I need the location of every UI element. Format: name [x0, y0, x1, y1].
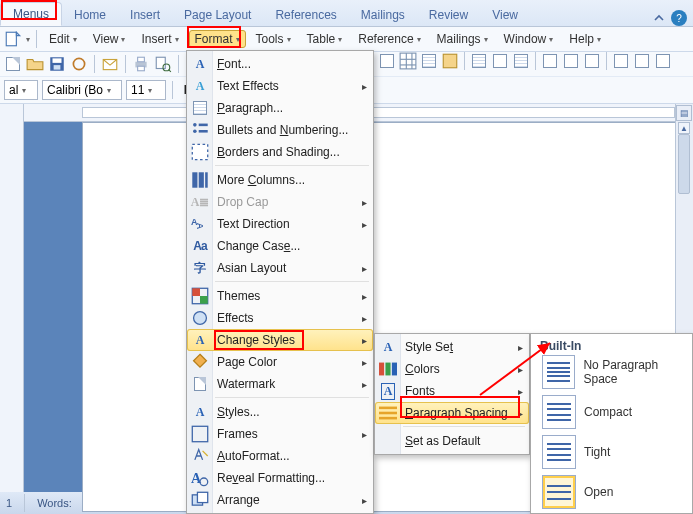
format-asian-layout[interactable]: 字Asian Layout▸	[187, 257, 373, 279]
format-arrange[interactable]: Arrange▸	[187, 489, 373, 511]
tab-page-layout[interactable]: Page Layout	[172, 4, 263, 26]
aux-icon-13[interactable]	[654, 52, 672, 70]
aux-icon-7[interactable]	[512, 52, 530, 70]
aux-icon-12[interactable]	[633, 52, 651, 70]
menu-edit[interactable]: Edit▾	[43, 30, 83, 48]
aux-icon-6[interactable]	[491, 52, 509, 70]
styles-fonts[interactable]: AFonts▸	[375, 380, 529, 402]
themes-icon	[191, 287, 209, 305]
font-size-combo[interactable]: 11▾	[126, 80, 166, 100]
print-icon[interactable]	[132, 55, 150, 73]
blank-icon	[379, 432, 397, 450]
dropcap-icon: A≣	[191, 193, 209, 211]
format-styles[interactable]: AStyles...	[187, 401, 373, 423]
menu-help[interactable]: Help▾	[563, 30, 607, 48]
aux-icon-2[interactable]	[399, 52, 417, 70]
tab-references[interactable]: References	[263, 4, 348, 26]
format-change-styles[interactable]: AChange Styles▸	[187, 329, 373, 351]
help-icon[interactable]: ?	[671, 10, 687, 26]
save-icon[interactable]	[48, 55, 66, 73]
tab-menus[interactable]: Menus	[0, 2, 62, 26]
aux-icon-10[interactable]	[583, 52, 601, 70]
svg-rect-31	[200, 296, 208, 304]
scroll-thumb[interactable]	[678, 134, 690, 194]
styles-set-default[interactable]: Set as Default	[375, 430, 529, 452]
watermark-icon	[191, 375, 209, 393]
font-name-combo[interactable]: Calibri (Bo▾	[42, 80, 122, 100]
menu-format[interactable]: Format▾	[189, 30, 246, 48]
spacing-tight[interactable]: Tight	[542, 435, 610, 469]
tab-home[interactable]: Home	[62, 4, 118, 26]
styles-paragraph-spacing[interactable]: Paragraph Spacing▸	[375, 402, 529, 424]
format-frames[interactable]: Frames▸	[187, 423, 373, 445]
format-borders[interactable]: Borders and Shading...	[187, 141, 373, 163]
format-more-columns[interactable]: More Columns...	[187, 169, 373, 191]
format-effects[interactable]: Effects▸	[187, 307, 373, 329]
tab-view[interactable]: View	[480, 4, 530, 26]
open-icon[interactable]	[26, 55, 44, 73]
aux-icon-3[interactable]	[420, 52, 438, 70]
paragraph-icon	[191, 99, 209, 117]
format-watermark[interactable]: Watermark▸	[187, 373, 373, 395]
colors-icon	[379, 360, 397, 378]
email-icon[interactable]	[101, 55, 119, 73]
aux-icon-11[interactable]	[612, 52, 630, 70]
ruler-toggle-icon[interactable]: ▤	[676, 105, 692, 121]
tab-review[interactable]: Review	[417, 4, 480, 26]
ribbon-tabs: Menus Home Insert Page Layout References…	[0, 0, 693, 27]
print-preview-icon[interactable]	[154, 55, 172, 73]
format-change-case[interactable]: AaChange Case...	[187, 235, 373, 257]
text-effects-icon: A	[191, 77, 209, 95]
format-text-direction[interactable]: AAText Direction▸	[187, 213, 373, 235]
spacing-compact[interactable]: Compact	[542, 395, 632, 429]
format-text-effects[interactable]: AText Effects▸	[187, 75, 373, 97]
format-paragraph[interactable]: Paragraph...	[187, 97, 373, 119]
svg-rect-0	[6, 32, 16, 46]
format-page-color[interactable]: Page Color▸	[187, 351, 373, 373]
format-autoformat[interactable]: AutoFormat...	[187, 445, 373, 467]
aux-icon-4[interactable]	[441, 52, 459, 70]
format-themes[interactable]: Themes▸	[187, 285, 373, 307]
font-icon: A	[191, 55, 209, 73]
status-page[interactable]: 1	[6, 497, 12, 509]
permission-icon[interactable]	[70, 55, 88, 73]
svg-rect-14	[400, 59, 416, 60]
svg-rect-38	[379, 363, 384, 376]
aux-icon-5[interactable]	[470, 52, 488, 70]
menu-view[interactable]: View▾	[87, 30, 132, 48]
styles-style-set[interactable]: AStyle Set▸	[375, 336, 529, 358]
spacing-open[interactable]: Open	[542, 475, 613, 509]
menu-window[interactable]: Window▾	[498, 30, 560, 48]
file-menu-dd[interactable]: ▾	[26, 35, 30, 44]
minimize-ribbon-icon[interactable]	[651, 10, 667, 26]
vertical-ruler	[0, 104, 24, 492]
tab-mailings[interactable]: Mailings	[349, 4, 417, 26]
svg-rect-2	[53, 58, 62, 63]
menu-reference[interactable]: Reference▾	[352, 30, 426, 48]
menu-mailings[interactable]: Mailings▾	[431, 30, 494, 48]
svg-rect-13	[400, 53, 416, 69]
file-menu-icon[interactable]	[4, 30, 22, 48]
menu-tools[interactable]: Tools▾	[250, 30, 297, 48]
format-reveal[interactable]: AReveal Formatting...	[187, 467, 373, 489]
aux-icon-1[interactable]	[378, 52, 396, 70]
svg-text:A: A	[195, 223, 205, 230]
change-case-icon: Aa	[191, 237, 209, 255]
autoformat-icon	[191, 447, 209, 465]
tab-insert[interactable]: Insert	[118, 4, 172, 26]
new-doc-icon[interactable]	[4, 55, 22, 73]
svg-rect-22	[199, 130, 208, 133]
change-styles-icon: A	[191, 331, 209, 349]
spacing-heading: Built-In	[540, 339, 581, 353]
aux-icon-8[interactable]	[541, 52, 559, 70]
format-font[interactable]: AFont...	[187, 53, 373, 75]
menu-insert[interactable]: Insert▾	[135, 30, 184, 48]
spacing-no-space[interactable]: No Paragraph Space	[542, 355, 693, 389]
styles-colors[interactable]: Colors▸	[375, 358, 529, 380]
svg-rect-18	[443, 54, 457, 68]
style-combo[interactable]: al▾	[4, 80, 38, 100]
aux-icon-9[interactable]	[562, 52, 580, 70]
format-bullets[interactable]: Bullets and Numbering...	[187, 119, 373, 141]
menu-table[interactable]: Table▾	[301, 30, 349, 48]
scroll-up-icon[interactable]: ▲	[678, 122, 690, 134]
